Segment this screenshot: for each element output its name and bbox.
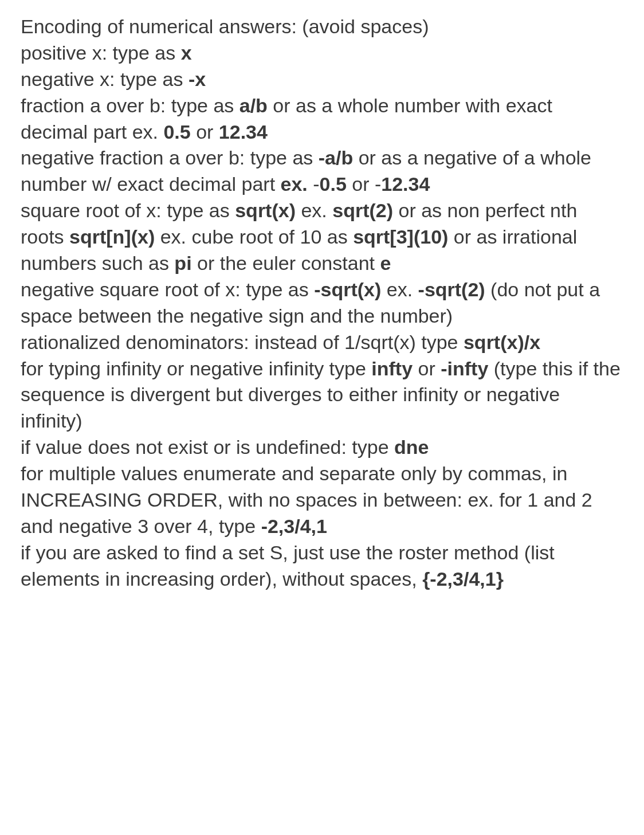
sqrt-mid5: or the euler constant bbox=[192, 252, 380, 274]
neg-fraction-line-prefix: negative fraction a over b: type as bbox=[21, 147, 319, 168]
infty-bold-2: -infty bbox=[441, 358, 488, 379]
neg-fraction-bold-ab: -a/b bbox=[319, 147, 353, 168]
dne-prefix: if value does not exist or is undefined:… bbox=[21, 436, 394, 458]
sqrt-bold-4: sqrt[3](10) bbox=[353, 226, 448, 248]
neg-fraction-mid2: - bbox=[308, 173, 320, 195]
positive-x-line-prefix: positive x: type as bbox=[21, 42, 181, 64]
fraction-bold-1234: 12.34 bbox=[219, 121, 268, 143]
negative-x-line-prefix: negative x: type as bbox=[21, 68, 189, 90]
sqrt-mid1: ex. bbox=[296, 199, 332, 221]
neg-sqrt-bold-2: -sqrt(2) bbox=[418, 279, 485, 300]
sqrt-bold-5: pi bbox=[174, 252, 191, 274]
infty-or: or bbox=[413, 358, 441, 379]
sqrt-bold-2: sqrt(2) bbox=[332, 199, 393, 221]
infty-bold-1: infty bbox=[371, 358, 413, 379]
negative-x-bold: -x bbox=[189, 68, 206, 90]
neg-sqrt-prefix: negative square root of x: type as bbox=[21, 279, 314, 300]
neg-sqrt-bold-1: -sqrt(x) bbox=[314, 279, 381, 300]
sqrt-mid3: ex. cube root of 10 as bbox=[155, 226, 353, 248]
rational-prefix: rationalized denominators: instead of 1/… bbox=[21, 331, 464, 353]
neg-fraction-bold-ex: ex. bbox=[281, 173, 308, 195]
dne-bold: dne bbox=[394, 436, 429, 458]
title-line: Encoding of numerical answers: (avoid sp… bbox=[21, 15, 429, 37]
rational-bold: sqrt(x)/x bbox=[464, 331, 540, 353]
sqrt-bold-3: sqrt[n](x) bbox=[69, 226, 155, 248]
neg-fraction-bold-05: 0.5 bbox=[320, 173, 347, 195]
fraction-bold-ab: a/b bbox=[239, 95, 268, 116]
multi-bold: -2,3/4,1 bbox=[261, 515, 327, 537]
sqrt-line-prefix: square root of x: type as bbox=[21, 199, 235, 221]
sqrt-bold-6: e bbox=[380, 252, 391, 274]
infty-prefix: for typing infinity or negative infinity… bbox=[21, 358, 371, 379]
neg-sqrt-mid1: ex. bbox=[381, 279, 418, 300]
fraction-bold-05: 0.5 bbox=[163, 121, 190, 143]
fraction-line-prefix: fraction a over b: type as bbox=[21, 95, 239, 116]
neg-fraction-bold-1234: 12.34 bbox=[381, 173, 430, 195]
encoding-instructions: Encoding of numerical answers: (avoid sp… bbox=[21, 14, 623, 593]
fraction-line-or: or bbox=[191, 121, 219, 143]
set-bold: {-2,3/4,1} bbox=[422, 568, 504, 590]
positive-x-bold: x bbox=[181, 42, 192, 64]
neg-fraction-or: or - bbox=[347, 173, 381, 195]
sqrt-bold-1: sqrt(x) bbox=[235, 199, 296, 221]
